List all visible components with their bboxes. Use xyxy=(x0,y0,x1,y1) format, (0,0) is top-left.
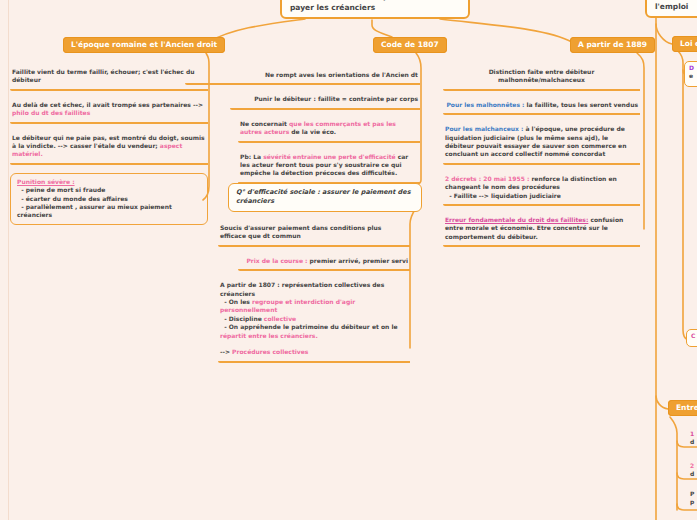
leaf-pour-les-malhonnetes[interactable]: Pour les malhonnêtes : la faillite, tous… xyxy=(443,99,640,115)
branch-code-1807[interactable]: Code de 1807 xyxy=(373,37,447,53)
leaf-ne-rompt-pas[interactable]: Ne rompt aves les orientations de l'Anci… xyxy=(185,69,420,85)
node-clipped-mid[interactable]: C xyxy=(686,329,697,347)
root-node-droit-des-faillites[interactable]: Le droit des faillites : punir le débite… xyxy=(280,0,470,19)
leaf-punition-severe[interactable]: Punition sévère : - peine de mort si fra… xyxy=(10,173,208,225)
leaf-pour-les-malchanceux[interactable]: Pour les malchanceux : à l'époque, une p… xyxy=(443,123,640,165)
group-a-partir-1889: Distinction faite entre débiteur malhonn… xyxy=(443,66,640,247)
root-node-droit-emploi[interactable]: Le droit d l'emploi xyxy=(645,0,697,18)
leaf-vindicte[interactable]: Le débiteur qui ne paie pas, est montré … xyxy=(10,132,208,165)
leaf-prix-de-la-course[interactable]: Prix de la course : premier arrivé, prem… xyxy=(238,255,410,271)
leaf-faillite-terme[interactable]: Faillite vient du terme faillir, échouer… xyxy=(10,66,208,91)
group-code-1807-top: Ne rompt aves les orientations de l'Anci… xyxy=(185,69,420,184)
leaf-fragment-1[interactable]: 1 d xyxy=(690,430,694,447)
leaf-commercants-seulement[interactable]: Ne concernait que les commerçants et pas… xyxy=(238,118,420,143)
node-question-efficacite-sociale[interactable]: Q° d'efficacité sociale : assurer le pai… xyxy=(228,183,422,212)
leaf-soucis-paiement[interactable]: Soucis d'assurer paiement dans condition… xyxy=(218,222,410,247)
leaf-erreur-fondamentale[interactable]: Erreur fondamentale du droit des faillit… xyxy=(443,214,640,247)
leaf-fragment-2[interactable]: 2 d xyxy=(690,462,694,479)
leaf-distinction-debiteur[interactable]: Distinction faite entre débiteur malhonn… xyxy=(443,66,640,91)
group-epoque-romaine: Faillite vient du terme faillir, échouer… xyxy=(10,66,208,225)
group-code-1807-bottom: Soucis d'assurer paiement dans condition… xyxy=(218,222,410,363)
leaf-fragment-3[interactable]: P p xyxy=(690,490,694,507)
leaf-representation-collective[interactable]: A partir de 1807 : représentation collec… xyxy=(218,279,410,363)
branch-a-partir-1889[interactable]: A partir de 1889 xyxy=(570,37,655,53)
leaf-severite-efficacite[interactable]: Pb: La sévérité entraine une perte d'eff… xyxy=(238,151,420,184)
leaf-trompe-partenaires[interactable]: Au delà de cet échec, il avait trompé se… xyxy=(10,99,208,124)
branch-loi-et[interactable]: Loi et xyxy=(672,36,697,52)
leaf-deux-decrets-1955[interactable]: 2 décrets : 20 mai 1955 : renforce la di… xyxy=(443,173,640,206)
branch-epoque-romaine[interactable]: L'époque romaine et l'Ancien droit xyxy=(63,37,225,53)
node-clipped-top[interactable]: D e xyxy=(684,61,697,87)
panel-edge-divider xyxy=(8,0,9,520)
mindmap-canvas: Le droit des faillites : punir le débite… xyxy=(0,0,697,520)
branch-entre[interactable]: Entre xyxy=(668,400,697,416)
leaf-contrainte-par-corps[interactable]: Punir le débiteur : faillite = contraint… xyxy=(230,93,420,109)
